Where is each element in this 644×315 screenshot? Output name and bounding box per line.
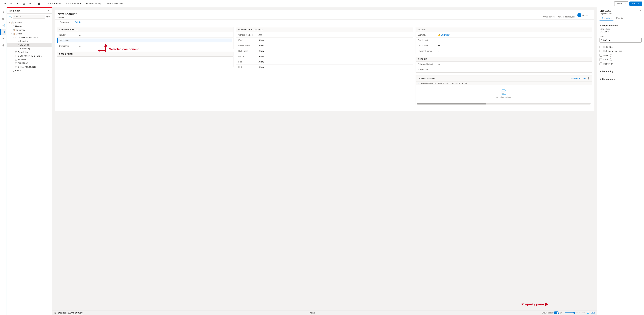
copy-button[interactable]: ⧉ xyxy=(21,1,26,6)
hide-on-phone-info-icon[interactable]: i xyxy=(619,50,622,52)
save-button[interactable]: Save xyxy=(614,2,624,6)
save-dropdown-button[interactable]: ▾ xyxy=(624,2,628,6)
sidebar-layers-button[interactable]: ⊟ xyxy=(0,29,6,35)
form-header-chevron-button[interactable]: ▾ xyxy=(590,14,592,16)
payment-terms-label: Payment Terms xyxy=(418,50,438,52)
tree-item-details[interactable]: ∨ 📋 Details xyxy=(7,32,52,36)
prop-panel-close-button[interactable]: ✕ xyxy=(640,10,642,12)
shipping-method-value: --- xyxy=(438,63,440,66)
publish-button[interactable]: Publish xyxy=(630,2,642,6)
hide-label-checkbox[interactable] xyxy=(600,46,602,48)
tree-item-company-profile[interactable]: ∨ ☐ COMPANY PROFILE xyxy=(7,36,52,39)
lock-checkbox[interactable] xyxy=(600,58,602,61)
tree-item-footer[interactable]: ☐ Footer xyxy=(7,69,52,73)
add-component-button[interactable]: + + Component xyxy=(64,2,83,6)
sidebar-settings-button[interactable]: ⚙ xyxy=(0,42,6,48)
tree-item-ownership[interactable]: — Ownership xyxy=(7,47,52,50)
tree-item-child-accounts[interactable]: › ☐ CHILD ACCOUNTS xyxy=(7,65,52,69)
tree-item-description[interactable]: › ☐ Description xyxy=(7,50,52,54)
account-name-col[interactable]: Account Name ↕ ▾ xyxy=(421,82,436,84)
desktop-selector-button[interactable]: Desktop (1920 x 1080) ▾ xyxy=(58,311,83,314)
currency-text: US Dollar xyxy=(441,34,450,36)
spacer xyxy=(15,40,18,43)
sidebar-page-button[interactable]: 📄 xyxy=(0,22,6,28)
globe-icon: 🌐 xyxy=(586,311,590,314)
tree-search-area: 🔍 ⚗ ▾ xyxy=(7,14,52,20)
tree-item-sic-code[interactable]: ≡ SIC Code xyxy=(7,43,52,47)
annual-revenue-dots: ⋯ xyxy=(548,13,551,16)
undo-button[interactable]: ↩ xyxy=(2,1,7,6)
form-settings-button[interactable]: ⚙ Form settings xyxy=(84,2,104,6)
tree-item-header[interactable]: › ☐ Header xyxy=(7,25,52,28)
zoom-plus-icon[interactable]: + xyxy=(579,312,580,314)
hidden-toggle-track[interactable] xyxy=(554,311,559,314)
sidebar-home-button[interactable]: ⌂ xyxy=(0,9,6,15)
sidebar-list-button[interactable]: ≡ xyxy=(0,36,6,42)
delete-button[interactable]: 🗑 xyxy=(37,1,42,6)
ownership-value: ... xyxy=(79,45,81,47)
account-icon: 📋 xyxy=(11,22,14,24)
credit-limit-row: Credit Limit ... xyxy=(416,38,592,43)
read-only-checkbox[interactable] xyxy=(600,63,602,65)
tree-item-summary[interactable]: › 📋 Summary xyxy=(7,28,52,32)
address-col[interactable]: Address 1... ▾ xyxy=(452,82,463,84)
add-account-button[interactable]: + + New Account xyxy=(571,77,586,80)
components-chevron-icon: ∨ xyxy=(600,78,601,80)
sic-code-row[interactable]: SIC Code ... xyxy=(58,38,233,43)
canvas-scroll-area[interactable]: New Account Account ⋯ Annual Revenue ⋯ N… xyxy=(52,8,597,310)
tree-item-contact-pref[interactable]: › ☐ CONTACT PREFEREN... xyxy=(7,54,52,58)
property-panel: SIC Code Single-line text ✕ Properties E… xyxy=(597,8,644,315)
components-header[interactable]: ∨ Components xyxy=(600,77,642,81)
prop-tab-properties[interactable]: Properties xyxy=(600,16,614,21)
tab-details[interactable]: Details xyxy=(72,20,84,25)
table-column-label: Table column xyxy=(600,28,642,30)
prop-panel-header: SIC Code Single-line text ✕ xyxy=(597,8,644,16)
prop-panel-title: SIC Code xyxy=(600,10,612,12)
tree-search-input[interactable] xyxy=(13,15,45,19)
description-body xyxy=(57,57,233,67)
tree-item-shipping[interactable]: › ☐ SHIPPING xyxy=(7,62,52,65)
main-phone-col[interactable]: Main Phone ▾ xyxy=(438,82,450,84)
hide-checkbox[interactable] xyxy=(600,54,602,57)
status-save-link[interactable]: Save xyxy=(591,312,595,314)
currency-icon: 💰 xyxy=(438,34,440,36)
hide-info-icon[interactable]: i xyxy=(610,54,612,57)
tree-panel-close-button[interactable]: ✕ xyxy=(48,10,50,12)
pri-col[interactable]: Pri... xyxy=(465,82,469,84)
monitor-icon: 🖥 xyxy=(54,311,56,314)
history-button[interactable]: ▾ xyxy=(28,1,32,6)
tree-item-industry[interactable]: — Industry xyxy=(7,39,52,43)
add-form-field-button[interactable]: + + Form field xyxy=(46,2,63,6)
required-indicator: * xyxy=(604,35,605,37)
tab-summary[interactable]: Summary xyxy=(58,20,72,25)
prop-tab-events[interactable]: Events xyxy=(614,16,625,21)
zoom-slider-track[interactable] xyxy=(565,312,578,313)
filter-icon: ⚗ xyxy=(46,16,48,18)
display-options-header[interactable]: ∨ Display options xyxy=(600,23,642,28)
switch-classic-button[interactable]: Switch to classic xyxy=(105,2,124,6)
tree-item-billing[interactable]: › ☐ BILLING xyxy=(7,58,52,62)
cut-button[interactable]: ✂ xyxy=(15,1,20,6)
tree-item-account[interactable]: ∨ 📋 Account xyxy=(7,21,52,25)
center-and-right: New Account Account ⋯ Annual Revenue ⋯ N… xyxy=(52,8,644,315)
sic-code-value: ... xyxy=(80,39,82,42)
tree-filter-button[interactable]: ⚗ ▾ xyxy=(46,16,50,18)
redo-button[interactable]: ↪ xyxy=(8,1,14,6)
tree-item-label: Header xyxy=(15,25,22,28)
tree-panel-header: Tree view ✕ xyxy=(7,8,52,14)
label-input[interactable] xyxy=(600,38,642,43)
lock-info-icon[interactable]: i xyxy=(610,59,612,61)
hide-on-phone-checkbox[interactable] xyxy=(600,50,602,52)
sidebar-grid-button[interactable]: ⊞ xyxy=(0,16,6,22)
form-tabs: Summary Details xyxy=(55,20,594,25)
child-accounts-more-button[interactable]: ⋮ xyxy=(587,77,590,80)
zoom-minus-icon[interactable]: − xyxy=(563,312,564,314)
scroll-indicator[interactable] xyxy=(417,103,591,105)
email-row: Email Allow xyxy=(236,38,412,43)
employees-label: Number of Employees xyxy=(558,16,575,18)
plus-icon: + xyxy=(571,77,572,80)
no-data-icon: 📄 xyxy=(501,89,507,95)
chevron-right-icon: › xyxy=(12,51,15,54)
credit-hold-value: No xyxy=(438,45,590,47)
formatting-header[interactable]: ∨ Formatting xyxy=(600,69,642,74)
